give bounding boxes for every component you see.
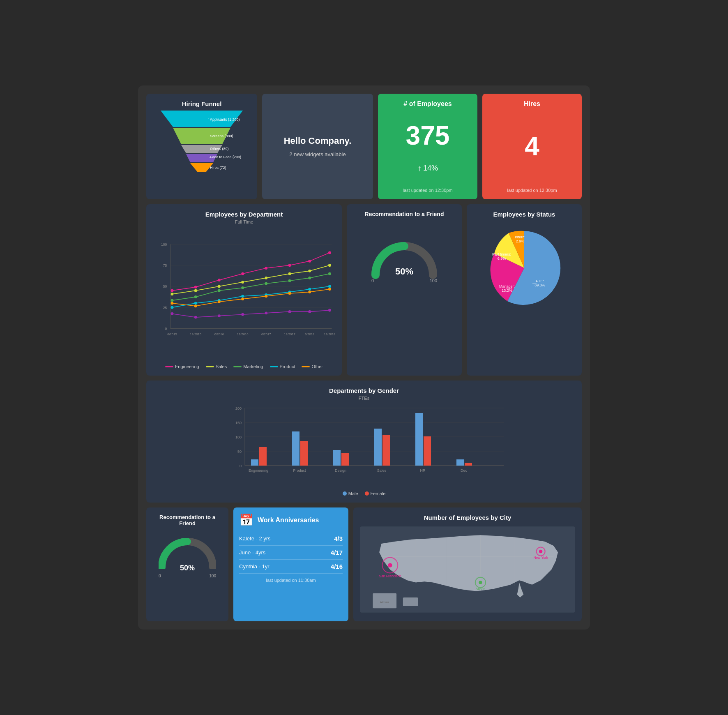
employees-by-dept-card: Employees by Department Full Time 100 75… [146, 204, 342, 376]
gauge-wrapper: 50% 0 100 [371, 238, 437, 275]
legend-label-sales: Sales [216, 364, 227, 369]
svg-text:Design: Design [335, 468, 346, 473]
svg-text:25: 25 [163, 306, 167, 310]
svg-point-64 [308, 291, 311, 293]
svg-text:150: 150 [235, 421, 242, 425]
funnel-label-applicants: Applicants (1,200) [210, 118, 240, 122]
hello-card: Hello Company. 2 new widgets available [262, 94, 373, 199]
svg-point-42 [171, 299, 174, 302]
svg-point-65 [328, 288, 331, 291]
svg-point-63 [288, 292, 291, 295]
hiring-funnel-title: Hiring Funnel [153, 100, 251, 107]
svg-text:Alaska: Alaska [380, 600, 389, 604]
dashboard: Hiring Funnel Applicants (1,200) [138, 85, 590, 630]
gender-legend: Male Female [153, 491, 575, 496]
row-3: Recommendation to a Friend 50% 0 100 📅 W… [146, 507, 582, 621]
svg-point-44 [218, 289, 221, 292]
gauge-value-label: 50% [395, 266, 413, 277]
gauge-small-value: 50% [180, 564, 195, 572]
anniversary-name-2: June - 4yrs [239, 549, 265, 556]
svg-point-49 [328, 272, 331, 275]
hello-subtitle: 2 new widgets available [289, 151, 346, 157]
gauge-small-min: 0 [159, 574, 161, 578]
city-sf-dot [388, 563, 392, 567]
gauge-small-container: 50% 0 100 [153, 532, 222, 573]
employees-change-value: 14% [423, 164, 438, 173]
svg-text:200: 200 [235, 406, 242, 411]
svg-point-53 [241, 295, 244, 298]
row-2b: Departments by Gender FTEs 200 150 100 5… [146, 381, 582, 503]
us-map-svg: Alaska San Francisco Austin New Yor [360, 524, 575, 615]
svg-text:12/2017: 12/2017 [284, 332, 295, 336]
anniversary-item-1: Kalefe - 2 yrs 4/3 [239, 532, 343, 546]
svg-text:100: 100 [235, 435, 242, 439]
svg-point-33 [328, 251, 331, 254]
hires-number: 4 [525, 133, 539, 159]
anniversary-date-1: 4/3 [334, 535, 343, 542]
anniversary-item-2: June - 4yrs 4/17 [239, 546, 343, 560]
anniversary-date-2: 4/17 [331, 549, 343, 556]
legend-marketing: Marketing [233, 364, 263, 369]
svg-point-38 [265, 277, 267, 279]
anniversary-name-3: Cynthia - 1yr [239, 563, 270, 570]
svg-point-27 [194, 286, 197, 288]
svg-text:75: 75 [163, 263, 167, 268]
svg-text:50: 50 [237, 450, 242, 454]
anniversary-header: 📅 Work Anniversaries [239, 513, 343, 527]
svg-text:Engineering: Engineering [249, 468, 268, 473]
row-1: Hiring Funnel Applicants (1,200) [146, 94, 582, 199]
calendar-icon: 📅 [239, 513, 253, 527]
employees-by-city-title: Number of Employees by City [360, 514, 575, 521]
employees-by-city-card: Number of Employees by City Alaska [353, 507, 582, 621]
recommendation-small-card: Recommendation to a Friend 50% 0 100 [146, 507, 228, 621]
svg-text:Sales: Sales [377, 468, 387, 473]
recommendation-title: Recommendation to a Friend [353, 211, 455, 217]
employees-updated: last updated on 12:30pm [403, 188, 452, 193]
svg-point-39 [288, 272, 291, 275]
bar-dec-female [465, 463, 472, 466]
funnel-label-hires: Hires (72) [210, 166, 226, 170]
svg-point-29 [241, 272, 244, 275]
svg-text:FTE:: FTE: [536, 279, 544, 283]
bar-prod-male [292, 431, 299, 466]
legend-other: Other [302, 364, 323, 369]
svg-point-67 [194, 316, 197, 319]
funnel-label-facetoface: Face to Face (209) [210, 155, 241, 159]
svg-point-41 [328, 264, 331, 267]
hello-title: Hello Company. [284, 136, 352, 146]
bar-sales-female [382, 435, 390, 466]
anniversary-date-3: 4/16 [331, 563, 343, 570]
svg-text:Dec: Dec [461, 468, 468, 473]
gauge-min-label: 0 [371, 278, 374, 283]
svg-point-43 [194, 295, 197, 298]
gender-chart-title: Departments by Gender [153, 387, 575, 394]
svg-point-68 [218, 314, 221, 317]
gender-bar-chart: 200 150 100 50 0 Engineering Product [153, 404, 575, 486]
dept-line-chart: 100 75 50 25 0 6/2015 12/2015 6/2016 12/… [153, 228, 335, 359]
legend-female-label: Female [371, 491, 386, 496]
rec-small-title: Recommendation to a Friend [153, 514, 222, 526]
departments-by-gender-card: Departments by Gender FTEs 200 150 100 5… [146, 381, 582, 503]
svg-point-72 [308, 310, 311, 313]
svg-point-45 [241, 286, 244, 289]
bar-dec-male [456, 459, 464, 466]
arrow-up-icon: ↑ [417, 164, 422, 173]
svg-point-56 [308, 288, 311, 291]
city-ny-dot [539, 550, 542, 553]
svg-point-70 [265, 311, 267, 314]
svg-point-57 [328, 285, 331, 288]
svg-text:13.2%: 13.2% [502, 288, 512, 293]
recommendation-card: Recommendation to a Friend 50% 0 100 [347, 204, 462, 376]
hires-updated: last updated on 12:30pm [507, 188, 557, 193]
bar-hr-female [424, 436, 431, 466]
anniversary-name-1: Kalefe - 2 yrs [239, 535, 271, 542]
employees-by-status-card: Employees by Status FTE: [467, 204, 582, 376]
svg-text:12/2016: 12/2016 [237, 332, 249, 336]
anniversary-updated: last updated on 11:30am [239, 578, 343, 583]
svg-point-28 [218, 279, 221, 281]
bar-eng-male [251, 459, 258, 466]
city-sf-label: San Francisco [379, 574, 401, 578]
svg-text:Manager:: Manager: [499, 284, 515, 288]
hires-label: Hires [524, 100, 540, 108]
svg-point-73 [328, 309, 331, 312]
